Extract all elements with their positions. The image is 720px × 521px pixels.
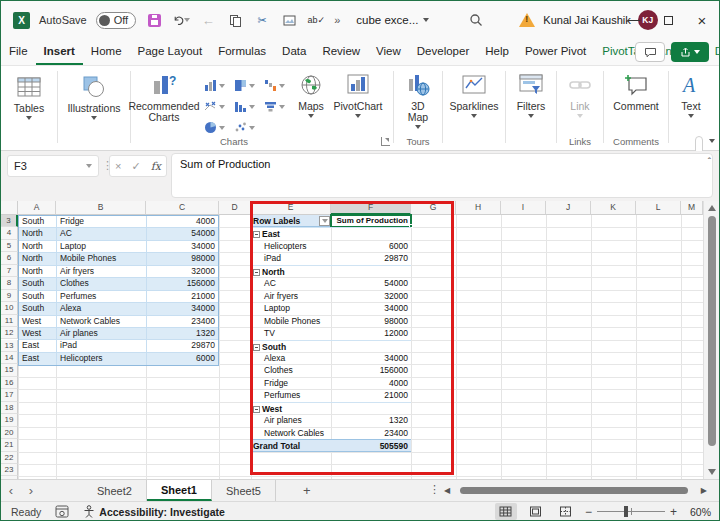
table-cell[interactable]: iPad (57, 340, 147, 351)
column-header-E[interactable]: E (251, 201, 331, 215)
row-header-16[interactable]: 16 (1, 377, 18, 389)
ribbon-tab-view[interactable]: View (368, 39, 409, 65)
row-header-4[interactable]: 4 (1, 227, 18, 239)
enter-button[interactable]: ✓ (131, 160, 140, 173)
name-box[interactable]: F3 (7, 155, 99, 177)
pivot-row-value[interactable]: 54000 (331, 277, 411, 289)
cut-button[interactable]: ✂ (253, 11, 271, 29)
new-sheet-button[interactable]: + (294, 480, 320, 501)
table-row[interactable]: NorthAir fryers32000 (19, 266, 218, 278)
pivot-row[interactable]: Air fryers32000 (251, 290, 411, 302)
copy-button[interactable] (226, 11, 244, 29)
select-all-corner[interactable] (1, 201, 18, 215)
pivot-row-label[interactable]: East (251, 228, 331, 239)
horizontal-scroll-thumb[interactable] (460, 487, 688, 494)
selected-cell-F3[interactable]: Sum of Production (331, 215, 411, 227)
vertical-scroll-thumb[interactable] (708, 216, 716, 446)
collapse-formula-bar-icon[interactable]: ˆ (708, 157, 711, 168)
table-cell[interactable]: 32000 (147, 266, 218, 277)
table-cell[interactable]: Fridge (57, 216, 147, 227)
table-cell[interactable]: Network Cables (57, 316, 147, 327)
pivot-row-label[interactable]: Mobile Phones (251, 315, 331, 327)
pivot-row-value[interactable]: 23400 (331, 427, 411, 439)
sheet-more-button[interactable]: ⋮ (429, 483, 440, 496)
autosave-toggle[interactable]: Off (96, 12, 136, 29)
table-row[interactable]: NorthMobile Phones98000 (19, 253, 218, 265)
row-header-14[interactable]: 14 (1, 352, 18, 364)
column-header-L[interactable]: L (636, 201, 681, 215)
table-cell[interactable]: South (19, 216, 57, 227)
table-cell[interactable]: Laptop (57, 241, 147, 252)
pivot-row-value[interactable]: 4000 (331, 377, 411, 389)
table-cell[interactable]: 156000 (147, 278, 218, 289)
row-header-7[interactable]: 7 (1, 265, 18, 277)
column-header-C[interactable]: C (146, 201, 219, 215)
pivot-row-label[interactable]: iPad (251, 252, 331, 264)
column-header-H[interactable]: H (456, 201, 501, 215)
pivot-row[interactable]: Helicopters6000 (251, 240, 411, 252)
ribbon-tab-formulas[interactable]: Formulas (210, 39, 274, 65)
macro-record-icon[interactable] (55, 505, 69, 518)
pivot-row-value[interactable] (331, 403, 411, 414)
table-cell[interactable]: South (19, 303, 57, 314)
row-header-5[interactable]: 5 (1, 240, 18, 252)
table-row[interactable]: WestNetwork Cables23400 (19, 316, 218, 328)
pivot-row-label[interactable]: Helicopters (251, 240, 331, 252)
close-button[interactable]: × (685, 1, 719, 39)
table-row[interactable]: SouthPerfumes21000 (19, 291, 218, 303)
pivot-header-row[interactable]: Row LabelsSum of Production (251, 215, 411, 227)
pivot-row-label[interactable]: Laptop (251, 302, 331, 314)
pivot-row[interactable]: Grand Total505590 (251, 439, 411, 451)
page-layout-view-button[interactable] (525, 503, 547, 520)
pivot-row[interactable]: iPad29870 (251, 252, 411, 264)
row-header-13[interactable]: 13 (1, 340, 18, 352)
page-break-view-button[interactable] (555, 503, 577, 520)
table-cell[interactable]: 4000 (147, 216, 218, 227)
table-cell[interactable]: Mobile Phones (57, 253, 147, 264)
table-row[interactable]: NorthLaptop34000 (19, 241, 218, 253)
sheet-tab-sheet2[interactable]: Sheet2 (83, 480, 147, 501)
table-row[interactable]: SouthAlexa34000 (19, 303, 218, 315)
pivot-row-value[interactable] (331, 228, 411, 239)
pivot-row[interactable]: Clothes156000 (251, 364, 411, 376)
scroll-right-icon[interactable]: ▶ (697, 486, 707, 495)
scatter-chart-button[interactable] (229, 117, 259, 138)
ribbon-tab-power-pivot[interactable]: Power Pivot (517, 39, 594, 65)
illustrations-button[interactable]: Illustrations (61, 73, 126, 122)
table-cell[interactable]: North (19, 228, 57, 239)
pivot-row-label[interactable]: Perfumes (251, 389, 331, 401)
zoom-in-button[interactable]: + (670, 505, 677, 519)
insert-function-button[interactable]: fx (151, 160, 161, 173)
column-header-M[interactable]: M (681, 201, 703, 215)
pivot-row[interactable]: North (251, 265, 411, 277)
accessibility-status[interactable]: Accessibility: Investigate (83, 505, 224, 518)
column-header-J[interactable]: J (546, 201, 591, 215)
funnel-chart-button[interactable] (259, 96, 289, 117)
table-cell[interactable]: East (19, 353, 57, 365)
table-cell[interactable]: 23400 (147, 316, 218, 327)
sheet-tab-sheet1[interactable]: Sheet1 (147, 480, 212, 501)
search-button[interactable] (469, 13, 483, 27)
column-header-K[interactable]: K (591, 201, 636, 215)
ribbon-tab-help[interactable]: Help (477, 39, 517, 65)
table-cell[interactable]: West (19, 316, 57, 327)
column-header-I[interactable]: I (501, 201, 546, 215)
table-cell[interactable]: South (19, 291, 57, 302)
picture-button[interactable] (280, 11, 298, 29)
undo-button[interactable] (172, 11, 190, 29)
share-button[interactable] (671, 42, 709, 62)
table-cell[interactable]: 98000 (147, 253, 218, 264)
table-row[interactable]: WestAir planes1320 (19, 328, 218, 340)
table-cell[interactable]: Perfumes (57, 291, 147, 302)
collapse-group-icon[interactable] (253, 231, 260, 238)
pivot-row-label[interactable]: Alexa (251, 352, 331, 364)
scroll-down-icon[interactable] (708, 469, 716, 475)
recommended-charts-button[interactable]: ? Recommended Charts (131, 71, 197, 125)
pivot-row-value[interactable]: 1320 (331, 414, 411, 426)
row-header-6[interactable]: 6 (1, 252, 18, 264)
table-cell[interactable]: Helicopters (57, 353, 147, 365)
ribbon-tab-developer[interactable]: Developer (409, 39, 477, 65)
table-row[interactable]: EastiPad29870 (19, 340, 218, 352)
minimize-button[interactable]: — (617, 1, 651, 39)
pivot-row[interactable]: Network Cables23400 (251, 427, 411, 439)
